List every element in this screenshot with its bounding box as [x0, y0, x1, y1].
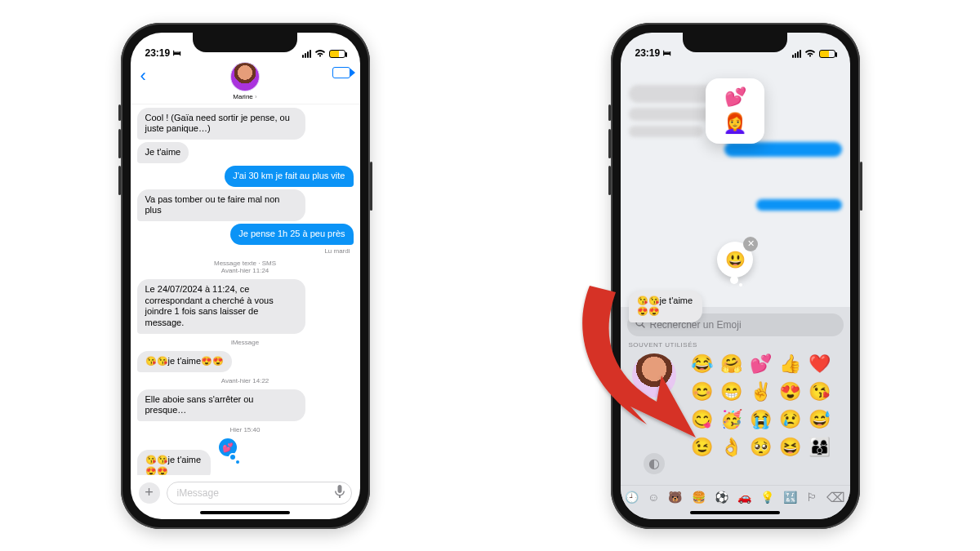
emoji-cell[interactable]: 😊 — [691, 381, 714, 406]
home-indicator[interactable] — [200, 511, 290, 514]
thread-meta: Hier 15:40 — [137, 426, 354, 433]
emoji-keyboard: Rechercher un Emoji SOUVENT UTILISÉS ◐ 😂… — [621, 307, 850, 519]
emoji-cell[interactable]: 😋 — [691, 409, 714, 433]
emoji-cell[interactable]: 😢 — [779, 409, 802, 433]
msg-in[interactable]: Cool ! (Gaïa need sortir je pense, ou ju… — [137, 108, 306, 140]
battery-icon — [819, 50, 835, 58]
status-time: 23:19 — [635, 47, 661, 59]
emoji-cell[interactable]: 👌 — [720, 437, 743, 461]
sticker-preview-popup[interactable]: 💕 👩‍🦰 — [706, 78, 764, 144]
emoji-cell[interactable]: 🥳 — [720, 409, 743, 433]
emoji-cell[interactable]: 😆 — [779, 437, 802, 461]
emoji-section-title: SOUVENT UTILISÉS — [621, 341, 850, 352]
back-button[interactable]: ‹ — [140, 65, 146, 87]
tapback-heart-icon[interactable]: 💕 — [219, 438, 237, 456]
tapback-picker[interactable]: 😃 ✕ — [717, 242, 753, 278]
status-time: 23:19 — [145, 47, 171, 59]
emoji-cell[interactable]: 👨‍👩‍👦 — [808, 437, 831, 461]
emoji-cell[interactable]: 😘 — [808, 381, 831, 406]
sticker-icon: ◐ — [648, 455, 660, 471]
tab-symbols[interactable]: 🔣 — [783, 491, 797, 504]
read-receipt: Lu mardi — [324, 247, 350, 255]
tab-travel[interactable]: 🚗 — [737, 491, 751, 504]
compose-bar: + iMessage — [131, 475, 360, 509]
emoji-cell[interactable]: 😁 — [720, 381, 743, 406]
svg-line-1 — [642, 325, 644, 327]
msg-out[interactable]: Je pense 1h 25 à peu près — [230, 224, 353, 245]
screen-left: 23:19 🛏 ‹ Marine Cool ! (Gaïa need sorti… — [131, 33, 360, 519]
dnd-icon: 🛏 — [663, 48, 671, 57]
contact-avatar[interactable] — [230, 62, 260, 91]
focused-message[interactable]: 😘😘je t'aime😍😍 — [629, 291, 724, 323]
msg-in[interactable]: Le 24/07/2024 à 11:24, ce correspondant … — [137, 279, 306, 334]
message-placeholder: iMessage — [177, 487, 219, 499]
emoji-cell[interactable]: 😅 — [808, 409, 831, 433]
tab-objects[interactable]: 💡 — [760, 491, 774, 504]
tab-recent[interactable]: 🕘 — [625, 491, 639, 504]
msg-in[interactable]: Elle aboie sans s'arrêter ou presque… — [137, 389, 306, 422]
message-thread[interactable]: Cool ! (Gaïa need sortir je pense, ou ju… — [131, 104, 360, 475]
wifi-icon — [804, 49, 816, 59]
close-icon[interactable]: ✕ — [743, 237, 758, 251]
thread-meta: Message texte · SMS Avant-hier 11:24 — [137, 260, 354, 274]
dnd-icon: 🛏 — [173, 48, 181, 57]
msg-in[interactable]: Je t'aime — [137, 142, 189, 163]
emoji-grid: 😂 🤗 💕 👍 ❤️ 😊 😁 ✌️ 😍 😘 😋 🥳 😭 😢 😅 😉 — [691, 353, 842, 485]
emoji-cell[interactable]: ❤️ — [808, 353, 831, 378]
emoji-cell[interactable]: 😂 — [691, 353, 714, 378]
emoji-cell[interactable]: 😉 — [691, 437, 714, 461]
screen-right: 23:19 🛏 💕 👩‍🦰 — [621, 33, 850, 519]
battery-icon — [329, 50, 345, 58]
memoji-preview: 👩‍🦰 — [723, 112, 747, 135]
emoji-cell[interactable]: 😍 — [779, 381, 802, 406]
tapback-emoji-option[interactable]: 😃 — [725, 250, 746, 269]
phone-right: 23:19 🛏 💕 👩‍🦰 — [611, 23, 860, 529]
emoji-cell[interactable]: 💕 — [750, 353, 773, 378]
thread-meta: iMessage — [137, 339, 354, 346]
emoji-scroll-area[interactable]: ◐ 😂 🤗 💕 👍 ❤️ 😊 😁 ✌️ 😍 😘 😋 🥳 😭 — [621, 352, 850, 485]
cell-signal-icon — [792, 50, 801, 58]
msg-with-tapback[interactable]: 💕 😘😘je t'aime😍😍 — [137, 450, 233, 475]
tab-smileys[interactable]: ☺ — [648, 491, 659, 504]
emoji-cell[interactable]: ✌️ — [750, 381, 773, 406]
emoji-cell[interactable]: 🥺 — [750, 437, 773, 461]
msg-in[interactable]: 😘😘je t'aime😍😍 — [137, 351, 233, 372]
memoji-avatar[interactable] — [632, 353, 676, 398]
memoji-column: ◐ — [629, 353, 679, 485]
dictation-icon[interactable] — [335, 485, 345, 500]
contact-name[interactable]: Marine — [233, 93, 256, 100]
message-input[interactable]: iMessage — [167, 482, 352, 504]
thread-meta: Avant-hier 14:22 — [137, 377, 354, 384]
msg-in[interactable]: Va pas tomber ou te faire mal non plus — [137, 189, 306, 222]
chat-header: ‹ Marine — [131, 60, 360, 104]
msg-out[interactable]: J'ai 30 km je fait au plus vite — [225, 166, 353, 187]
tab-food[interactable]: 🍔 — [692, 491, 706, 504]
sticker-button[interactable]: ◐ — [644, 453, 665, 474]
emoji-cell[interactable]: 😭 — [750, 409, 773, 433]
wifi-icon — [314, 49, 326, 59]
hearts-icon: 💕 — [724, 87, 746, 108]
home-indicator[interactable] — [690, 511, 780, 514]
emoji-cell[interactable]: 🤗 — [720, 353, 743, 378]
emoji-delete-key[interactable]: ⌫ — [826, 490, 845, 505]
phone-left: 23:19 🛏 ‹ Marine Cool ! (Gaïa need sorti… — [121, 23, 370, 529]
tab-animals[interactable]: 🐻 — [668, 491, 682, 504]
apps-button[interactable]: + — [139, 482, 160, 504]
tab-activity[interactable]: ⚽ — [715, 491, 728, 504]
emoji-category-tabs: 🕘 ☺ 🐻 🍔 ⚽ 🚗 💡 🔣 🏳 ⌫ — [621, 485, 850, 509]
emoji-cell[interactable]: 👍 — [779, 353, 802, 378]
cell-signal-icon — [302, 50, 311, 58]
tab-flags[interactable]: 🏳 — [806, 491, 817, 504]
facetime-button[interactable] — [332, 67, 350, 78]
